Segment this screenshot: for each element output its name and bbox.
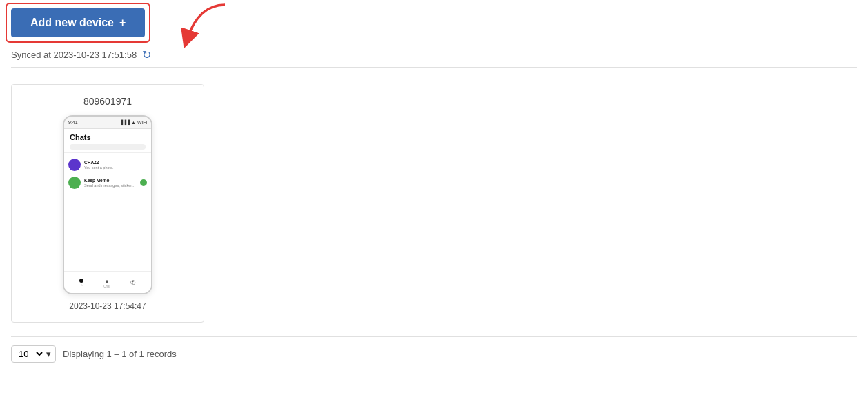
- chat-name-1: CHAZZ: [84, 160, 147, 165]
- chat-text-1: CHAZZ You sent a photo.: [84, 160, 147, 170]
- records-info: Displaying 1 – 1 of 1 records: [63, 349, 177, 359]
- phone-search-bar: [70, 144, 146, 150]
- device-card: 809601971 9:41 ▐▐▐ ▲ WiFi Chats CHAZZ: [11, 84, 204, 323]
- device-timestamp: 2023-10-23 17:54:47: [69, 301, 146, 311]
- per-page-dropdown[interactable]: 10 25 50 100: [16, 348, 45, 360]
- nav-chat: ● Chat: [103, 277, 110, 288]
- sync-bar: Synced at 2023-10-23 17:51:58 ↻: [11, 43, 857, 68]
- status-icons: ▐▐▐ ▲ WiFi: [119, 120, 147, 125]
- pagination-bar: 10 25 50 100 ▾ Displaying 1 – 1 of 1 rec…: [11, 336, 857, 371]
- phone-header: Chats: [64, 129, 151, 153]
- chevron-down-icon: ▾: [46, 349, 51, 359]
- chat-badge-2: [140, 179, 147, 186]
- device-id: 809601971: [83, 96, 132, 107]
- plus-icon: +: [119, 17, 126, 29]
- chat-avatar-2: [68, 177, 81, 189]
- chat-preview-2: Send and messages, stickers, videos and …: [84, 183, 136, 188]
- status-time: 9:41: [68, 120, 78, 125]
- arrow-annotation: [177, 1, 232, 52]
- sync-icon[interactable]: ↻: [142, 48, 151, 61]
- phone-status-bar: 9:41 ▐▐▐ ▲ WiFi: [64, 117, 151, 129]
- per-page-select[interactable]: 10 25 50 100 ▾: [11, 345, 56, 363]
- page-container: Add new device + Synced at 2023-10-23 17…: [0, 0, 868, 393]
- add-device-label: Add new device: [30, 17, 114, 29]
- nav-call: ✆: [130, 279, 136, 286]
- phone-content: CHAZZ You sent a photo. Keep Memo Send a…: [64, 153, 151, 194]
- chat-preview-1: You sent a photo.: [84, 165, 136, 170]
- chat-name-2: Keep Memo: [84, 178, 137, 183]
- nav-home: ⌂: [79, 279, 83, 287]
- device-grid: 809601971 9:41 ▐▐▐ ▲ WiFi Chats CHAZZ: [11, 76, 857, 331]
- top-bar: Add new device +: [11, 8, 857, 37]
- add-device-button[interactable]: Add new device +: [11, 8, 145, 37]
- add-device-btn-wrapper: Add new device +: [11, 8, 145, 37]
- chat-avatar-1: [68, 159, 81, 171]
- chat-item-1: CHAZZ You sent a photo.: [64, 156, 151, 174]
- phone-chats-title: Chats: [70, 133, 146, 141]
- sync-text: Synced at 2023-10-23 17:51:58: [11, 50, 137, 60]
- phone-bottom-nav: ⌂ ● Chat ✆: [64, 271, 151, 293]
- chat-item-2: Keep Memo Send and messages, stickers, v…: [64, 174, 151, 192]
- chat-text-2: Keep Memo Send and messages, stickers, v…: [84, 178, 137, 188]
- phone-mockup: 9:41 ▐▐▐ ▲ WiFi Chats CHAZZ You sent a p…: [63, 115, 152, 294]
